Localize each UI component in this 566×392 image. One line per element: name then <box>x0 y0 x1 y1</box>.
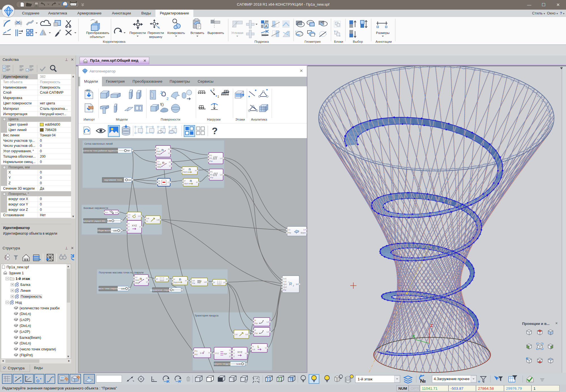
svg-text:V: V <box>139 226 141 228</box>
svg-text:V: V <box>146 281 148 283</box>
svg-text:19: 19 <box>128 179 131 181</box>
svg-text:P: P <box>255 329 256 331</box>
svg-text:Step: Step <box>157 153 161 155</box>
svg-text:направление спирали: направление спирали <box>150 289 171 291</box>
svg-text:Ln: Ln <box>267 331 269 333</box>
svg-text:n: n <box>140 277 142 281</box>
svg-text:Z: Z <box>430 323 433 328</box>
svg-text:X: X <box>234 349 235 351</box>
svg-text:Beam: Beam <box>301 232 306 234</box>
svg-text:Выровнять: Выровнять <box>208 31 224 35</box>
svg-text:DXF: DXF <box>89 107 93 109</box>
svg-text:Ln: Ln <box>115 211 118 213</box>
svg-text:1: 1 <box>217 95 219 98</box>
svg-text:Z: Z <box>229 355 230 357</box>
svg-text:23.28: 23.28 <box>106 220 112 222</box>
svg-text:xyz: xyz <box>224 352 227 355</box>
svg-text:V: V <box>169 165 170 167</box>
svg-text:{: { <box>15 294 16 299</box>
svg-text:{: { <box>5 255 6 260</box>
svg-text:V: V <box>245 352 246 354</box>
svg-text:R: R <box>289 282 292 286</box>
svg-text:Lst: Lst <box>253 348 255 350</box>
svg-text:XYZ: XYZ <box>132 224 137 227</box>
svg-text:f(): f() <box>160 102 164 106</box>
svg-text:Перенести: Перенести <box>148 31 164 35</box>
svg-text:n: n <box>179 277 181 281</box>
svg-text:P: P <box>185 280 186 282</box>
svg-text:X: X <box>128 223 130 225</box>
svg-text:Par: Par <box>210 160 213 162</box>
svg-text:Аналитика: Аналитика <box>251 118 268 121</box>
svg-text:Корректировка: Корректировка <box>103 40 125 43</box>
svg-text:2: 2 <box>166 97 168 101</box>
svg-text:Qx2: Qx2 <box>283 286 287 288</box>
svg-text:?: ? <box>212 125 218 136</box>
svg-text:P: P <box>224 282 225 284</box>
svg-text:Перенести: Перенести <box>129 31 146 35</box>
svg-text:B: B <box>159 183 160 185</box>
svg-text:2: 2 <box>203 350 205 353</box>
svg-text:Lst: Lst <box>147 217 149 219</box>
svg-text:Выбор: Выбор <box>353 40 363 43</box>
svg-text:Ln: Ln <box>138 215 140 217</box>
svg-text:Y: Y <box>229 352 230 354</box>
svg-text:Ln: Ln <box>135 276 138 278</box>
svg-text:Pt1: Pt1 <box>195 350 198 352</box>
svg-text:?: ? <box>288 281 289 283</box>
svg-text:Геометрия: Геометрия <box>305 40 321 43</box>
svg-text:n: n <box>189 167 191 171</box>
svg-text:Получение массива точек по спи: Получение массива точек по спирали <box>99 271 144 274</box>
svg-text:{: { <box>10 300 11 305</box>
svg-text:V: V <box>147 220 148 222</box>
svg-text:n: n <box>134 213 136 215</box>
svg-text:n: n <box>161 148 163 152</box>
svg-text:Y: Y <box>426 348 429 353</box>
svg-text:объекты: объекты <box>90 35 103 38</box>
svg-text:Базовые окружности: Базовые окружности <box>84 207 108 209</box>
svg-text:Par: Par <box>288 232 291 234</box>
svg-text:Подрезка: Подрезка <box>255 40 269 43</box>
svg-text:100: 100 <box>121 288 125 290</box>
svg-text:Par: Par <box>210 177 213 179</box>
svg-text:V: V <box>253 346 254 348</box>
svg-text:Par: Par <box>255 332 258 334</box>
svg-text:Par: Par <box>283 289 287 291</box>
svg-text:Lst: Lst <box>235 333 238 335</box>
svg-text:L: L <box>258 345 259 348</box>
svg-text:XYZ: XYZ <box>215 352 219 354</box>
svg-text:XYZ: XYZ <box>237 351 242 354</box>
svg-text:4.Загружение прочее: 4.Загружение прочее <box>434 377 469 381</box>
svg-text:Траектория пандуса: Траектория пандуса <box>195 314 219 317</box>
svg-text:Ln: Ln <box>128 214 131 216</box>
svg-text:Общая высота: Общая высота <box>97 229 112 232</box>
svg-text:Ширина пандуса: Ширина пандуса <box>214 363 230 365</box>
svg-text:Этажи: Этажи <box>235 118 245 121</box>
svg-text:n: n <box>190 179 192 183</box>
svg-text:№: № <box>420 378 426 384</box>
svg-text:Num: Num <box>157 150 161 152</box>
svg-text:Par: Par <box>255 322 258 324</box>
svg-text:Lst: Lst <box>192 280 195 282</box>
svg-text:Ln: Ln <box>267 321 269 323</box>
svg-text:Qx1: Qx1 <box>283 283 287 286</box>
svg-text:P: P <box>168 148 169 150</box>
svg-text:n: n <box>162 160 164 165</box>
svg-text:Ln: Ln <box>288 229 291 231</box>
svg-text:Нагрузки: Нагрузки <box>207 118 221 121</box>
svg-text:52: 52 <box>127 149 130 152</box>
svg-text:Блоки: Блоки <box>334 40 343 43</box>
svg-text:Num: Num <box>183 171 187 173</box>
svg-text:P: P <box>174 279 175 280</box>
svg-text:Lst: Lst <box>157 219 159 221</box>
svg-text:Преобразовать: Преобразовать <box>86 31 109 35</box>
svg-text:100: 100 <box>113 230 117 232</box>
svg-text:5.00: 5.00 <box>236 363 241 365</box>
svg-text:Размеры: Размеры <box>376 31 390 35</box>
svg-text:1: 1 <box>173 289 174 291</box>
svg-text:Ln: Ln <box>220 157 222 159</box>
svg-text:Ln: Ln <box>220 174 222 176</box>
svg-text:Ln: Ln <box>106 211 108 213</box>
svg-text:вершину: вершину <box>149 35 163 38</box>
svg-text:P: P <box>183 168 184 170</box>
